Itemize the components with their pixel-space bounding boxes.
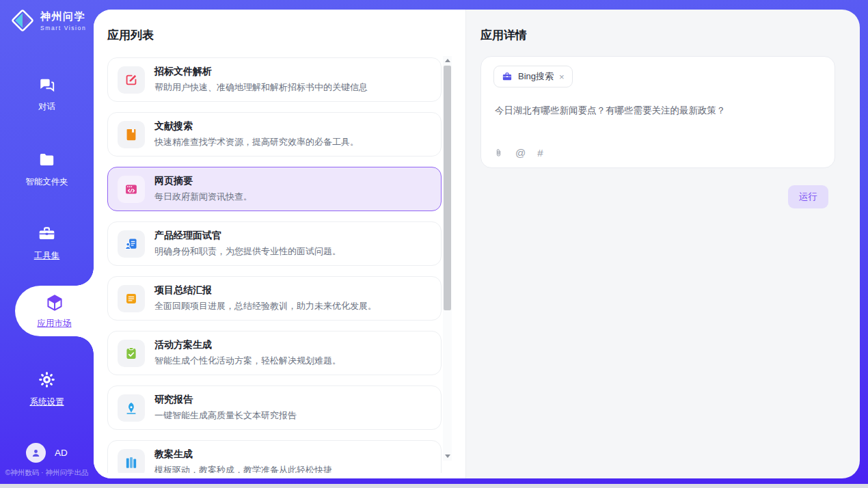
app-card[interactable]: 教案生成模板驱动，教案秒成，教学准备从此轻松快捷 <box>107 440 442 473</box>
app-card[interactable]: 招标文件解析帮助用户快速、准确地理解和解析招标书中的关键信息 <box>107 57 442 102</box>
app-card-description: 帮助用户快速、准确地理解和解析招标书中的关键信息 <box>154 81 368 94</box>
web-code-icon <box>118 176 145 203</box>
app-detail-panel: 应用详情 Bing搜索 × 今日湖北有哪些新闻要点？有哪些需要关注的最新政策？ <box>465 10 860 478</box>
sidebar-item-smart-folder[interactable]: 智能文件夹 <box>0 150 94 188</box>
list-scrollbar[interactable] <box>443 56 452 461</box>
pen-icon <box>118 394 145 422</box>
app-card-title: 网页摘要 <box>154 175 252 187</box>
brand-subtitle: Smart Vision <box>40 25 86 31</box>
app-list-panel: 应用列表 招标文件解析帮助用户快速、准确地理解和解析招标书中的关键信息文献搜索快… <box>94 10 465 478</box>
brand-name: 神州问学 <box>40 10 86 23</box>
app-card[interactable]: 研究报告一键智能生成高质量长文本研究报告 <box>107 385 442 430</box>
doc-edit-icon <box>118 66 145 94</box>
sidebar-item-settings[interactable]: 系统设置 <box>0 370 94 408</box>
main-content: 应用列表 招标文件解析帮助用户快速、准确地理解和解析招标书中的关键信息文献搜索快… <box>94 10 860 478</box>
tool-chip-label: Bing搜索 <box>518 70 554 83</box>
app-card-title: 产品经理面试官 <box>154 230 341 242</box>
sidebar: 神州问学 Smart Vision 对话智能文件夹工具集应用市场系统设置 AD … <box>0 0 94 484</box>
app-card[interactable]: 文献搜索快速精准查找学术资源，提高研究效率的必备工具。 <box>107 112 442 157</box>
sidebar-item-label: 智能文件夹 <box>25 176 68 188</box>
app-card[interactable]: 活动方案生成智能生成个性化活动方案，轻松解决规划难题。 <box>107 331 442 375</box>
person-doc-icon <box>118 230 145 258</box>
prompt-card: Bing搜索 × 今日湖北有哪些新闻要点？有哪些需要关注的最新政策？ @ # <box>480 56 835 168</box>
briefcase-icon <box>502 71 513 82</box>
app-card-description: 明确身份和职责，为您提供专业性的面试问题。 <box>154 245 341 258</box>
diamond-logo-icon <box>10 8 36 33</box>
gear-icon <box>38 370 56 392</box>
app-card[interactable]: 产品经理面试官明确身份和职责，为您提供专业性的面试问题。 <box>107 221 442 266</box>
app-card-description: 智能生成个性化活动方案，轻松解决规划难题。 <box>154 355 341 367</box>
prompt-input[interactable]: 今日湖北有哪些新闻要点？有哪些需要关注的最新政策？ <box>495 105 824 117</box>
app-card-description: 快速精准查找学术资源，提高研究效率的必备工具。 <box>154 136 359 148</box>
prompt-toolbar: @ # <box>493 147 543 159</box>
tool-chip-bing-search[interactable]: Bing搜索 × <box>493 66 573 87</box>
cube-icon <box>45 293 64 315</box>
sidebar-item-app-market[interactable]: 应用市场 <box>15 286 94 336</box>
app-card[interactable]: 项目总结汇报全面回顾项目进展，总结经验教训，助力未来优化发展。 <box>107 276 442 321</box>
scroll-down-arrow[interactable] <box>443 452 452 461</box>
user-account[interactable]: AD <box>26 443 68 463</box>
app-card-title: 项目总结汇报 <box>154 284 377 297</box>
books-icon <box>118 449 145 474</box>
app-card-description: 模板驱动，教案秒成，教学准备从此轻松快捷 <box>154 464 332 473</box>
scroll-up-arrow[interactable] <box>443 56 452 65</box>
chat-icon <box>38 75 56 96</box>
sidebar-item-label: 对话 <box>38 101 55 113</box>
sidebar-item-chat[interactable]: 对话 <box>0 75 94 113</box>
mention-icon[interactable]: @ <box>515 147 526 159</box>
folder-icon <box>38 150 56 172</box>
app-card-title: 教案生成 <box>154 448 332 461</box>
run-button[interactable]: 运行 <box>788 185 828 208</box>
app-card-title: 活动方案生成 <box>154 339 341 351</box>
topic-icon[interactable]: # <box>537 147 543 159</box>
paperclip-icon[interactable] <box>493 147 504 159</box>
app-detail-title: 应用详情 <box>480 27 527 43</box>
sidebar-item-toolset[interactable]: 工具集 <box>0 224 94 262</box>
app-card-description: 一键智能生成高质量长文本研究报告 <box>154 409 297 422</box>
app-card-description: 每日政府新闻资讯快查。 <box>154 191 252 203</box>
brand-logo: 神州问学 Smart Vision <box>10 8 86 33</box>
user-avatar-icon <box>26 443 46 463</box>
scrollbar-thumb[interactable] <box>444 66 451 310</box>
app-card[interactable]: 网页摘要每日政府新闻资讯快查。 <box>107 167 442 211</box>
app-card-title: 文献搜索 <box>154 120 359 133</box>
copyright-text: ©神州数码 · 神州问学出品 <box>0 468 94 478</box>
user-name: AD <box>55 448 68 458</box>
app-window: 神州问学 Smart Vision 对话智能文件夹工具集应用市场系统设置 AD … <box>0 0 868 484</box>
sidebar-item-label: 系统设置 <box>30 396 64 408</box>
clipboard-check-icon <box>118 340 145 367</box>
note-icon <box>118 285 145 312</box>
app-card-description: 全面回顾项目进展，总结经验教训，助力未来优化发展。 <box>154 300 377 312</box>
chip-close-icon[interactable]: × <box>559 72 565 81</box>
app-list-title: 应用列表 <box>107 27 154 43</box>
sidebar-item-label: 工具集 <box>34 250 60 262</box>
sidebar-item-label: 应用市场 <box>38 318 72 329</box>
app-list: 招标文件解析帮助用户快速、准确地理解和解析招标书中的关键信息文献搜索快速精准查找… <box>107 57 442 473</box>
toolbox-icon <box>38 224 56 245</box>
book-icon <box>118 121 145 148</box>
app-card-title: 招标文件解析 <box>154 66 368 78</box>
app-card-title: 研究报告 <box>154 394 297 406</box>
